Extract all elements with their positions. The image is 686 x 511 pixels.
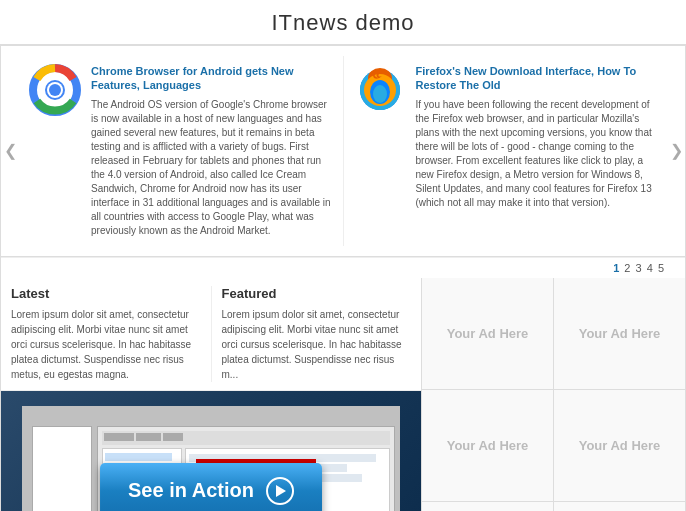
featured-title: Featured: [222, 286, 412, 301]
cta-button[interactable]: See in Action: [100, 463, 322, 511]
page-3[interactable]: 3: [636, 262, 642, 274]
firefox-icon: [354, 64, 406, 116]
ad-cell-4[interactable]: Your Ad Here: [554, 390, 685, 501]
news-item-chrome: Chrome Browser for Android gets New Feat…: [19, 56, 344, 246]
video-area: Creating a Responsive HTML5 Slideshow: [1, 391, 421, 511]
slider-prev-arrow[interactable]: ❮: [1, 56, 19, 246]
ad-cell-5[interactable]: Your Ad Here: [422, 502, 553, 511]
firefox-news-content: Firefox's New Download Interface, How To…: [416, 64, 658, 238]
ad-cell-6[interactable]: Your Ad Here: [554, 502, 685, 511]
cta-overlay: See in Action: [100, 463, 322, 511]
main-wrapper: ❮: [0, 45, 686, 511]
firefox-news-title[interactable]: Firefox's New Download Interface, How To…: [416, 64, 658, 93]
ad-cell-1[interactable]: Your Ad Here: [422, 278, 553, 389]
firefox-news-text: If you have been following the recent de…: [416, 98, 658, 210]
site-title: ITnews demo: [0, 10, 686, 36]
site-header: ITnews demo: [0, 0, 686, 45]
chrome-icon: [29, 64, 81, 116]
left-content: Latest Lorem ipsum dolor sit amet, conse…: [1, 278, 421, 511]
win-panel: [32, 426, 92, 511]
latest-section: Latest Lorem ipsum dolor sit amet, conse…: [1, 286, 212, 382]
chrome-news-content: Chrome Browser for Android gets New Feat…: [91, 64, 333, 238]
latest-featured: Latest Lorem ipsum dolor sit amet, conse…: [1, 278, 421, 391]
right-ads: Your Ad Here Your Ad Here Your Ad Here Y…: [421, 278, 685, 511]
pagination: 1 2 3 4 5: [1, 257, 685, 278]
ad-cell-2[interactable]: Your Ad Here: [554, 278, 685, 389]
chrome-news-text: The Android OS version of Google's Chrom…: [91, 98, 333, 238]
page-1[interactable]: 1: [613, 262, 619, 274]
news-item-firefox: Firefox's New Download Interface, How To…: [344, 56, 668, 246]
page-4[interactable]: 4: [647, 262, 653, 274]
chrome-news-title[interactable]: Chrome Browser for Android gets New Feat…: [91, 64, 333, 93]
news-slider: ❮: [1, 46, 685, 257]
news-slider-wrapper: ❮: [1, 46, 685, 278]
cta-label: See in Action: [128, 479, 254, 502]
featured-section: Featured Lorem ipsum dolor sit amet, con…: [212, 286, 422, 382]
ad-cell-3[interactable]: Your Ad Here: [422, 390, 553, 501]
slider-next-arrow[interactable]: ❯: [667, 56, 685, 246]
svg-point-10: [373, 85, 387, 103]
cta-play-icon: [266, 477, 294, 505]
news-items-container: Chrome Browser for Android gets New Feat…: [19, 56, 667, 246]
content-row: Latest Lorem ipsum dolor sit amet, conse…: [1, 278, 685, 511]
svg-point-4: [49, 84, 61, 96]
latest-title: Latest: [11, 286, 201, 301]
page-5[interactable]: 5: [658, 262, 664, 274]
page-2[interactable]: 2: [624, 262, 630, 274]
latest-text: Lorem ipsum dolor sit amet, consectetur …: [11, 307, 201, 382]
featured-text: Lorem ipsum dolor sit amet, consectetur …: [222, 307, 412, 382]
